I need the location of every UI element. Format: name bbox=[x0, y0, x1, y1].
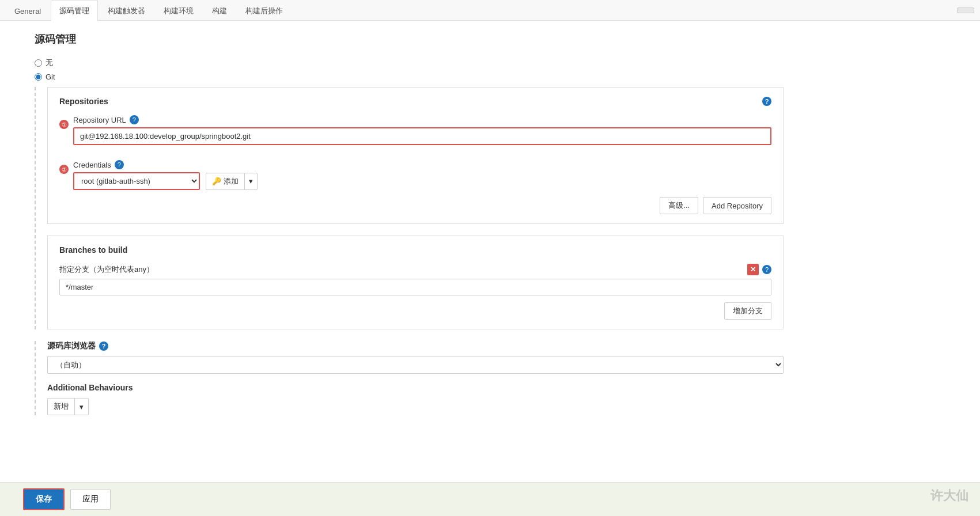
repo-url-error-num: ① bbox=[59, 120, 69, 129]
branch-help-icon[interactable]: ? bbox=[762, 265, 771, 274]
key-icon: 🔑 bbox=[212, 177, 221, 185]
add-credentials-main[interactable]: 🔑 添加 bbox=[206, 173, 245, 189]
tab-triggers[interactable]: 构建触发器 bbox=[99, 1, 154, 21]
tab-build[interactable]: 构建 bbox=[203, 1, 236, 21]
source-browser-wrapper: 源码库浏览器 ? （自动） Additional Behaviours 新增 ▾ bbox=[35, 341, 784, 415]
radio-git-input[interactable] bbox=[35, 73, 42, 81]
repositories-label: Repositories bbox=[59, 97, 108, 106]
top-right-button[interactable] bbox=[957, 7, 974, 13]
additional-behaviours-section: Additional Behaviours 新增 ▾ bbox=[47, 383, 784, 415]
main-content: 源码管理 无 Git Repositories ? ① bbox=[0, 21, 807, 461]
page-title: 源码管理 bbox=[35, 32, 784, 46]
repo-url-input-row bbox=[73, 127, 771, 145]
repo-url-input[interactable] bbox=[73, 127, 771, 145]
add-credentials-btn[interactable]: 🔑 添加 ▾ bbox=[206, 173, 258, 190]
footer-bar: 保存 应用 bbox=[0, 482, 980, 516]
radio-none-label: 无 bbox=[46, 58, 53, 68]
credentials-error-num: ② bbox=[59, 165, 69, 174]
repo-url-label-row: Repository URL ? bbox=[73, 115, 771, 124]
source-browser-help-icon[interactable]: ? bbox=[99, 342, 108, 351]
source-browser-label-row: 源码库浏览器 ? bbox=[47, 341, 784, 351]
repositories-help-icon[interactable]: ? bbox=[762, 97, 771, 106]
repo-url-label: Repository URL bbox=[73, 116, 126, 124]
tab-general[interactable]: General bbox=[6, 2, 50, 20]
repositories-wrapper: Repositories ? ① Repository URL ? bbox=[35, 87, 784, 329]
branch-input-row bbox=[59, 279, 771, 295]
branches-title: Branches to build bbox=[59, 245, 771, 255]
add-repository-button[interactable]: Add Repository bbox=[703, 197, 771, 214]
page-wrapper: General 源码管理 构建触发器 构建环境 构建 构建后操作 源码管理 无 … bbox=[0, 0, 980, 516]
new-behaviour-btn[interactable]: 新增 ▾ bbox=[47, 398, 89, 415]
branch-specifier-label: 指定分支（为空时代表any） bbox=[59, 264, 154, 275]
repo-action-buttons: 高级... Add Repository bbox=[59, 197, 771, 214]
credentials-label-row: Credentials ? bbox=[73, 160, 771, 169]
tab-post[interactable]: 构建后操作 bbox=[237, 1, 292, 21]
repo-url-row: ① Repository URL ? bbox=[59, 115, 771, 153]
credentials-inner: Credentials ? root (gitlab-auth-ssh) 🔑 添… bbox=[73, 160, 771, 190]
scm-radio-group: 无 Git bbox=[35, 58, 784, 81]
new-behaviour-arrow[interactable]: ▾ bbox=[75, 400, 88, 414]
save-button[interactable]: 保存 bbox=[23, 488, 65, 510]
credentials-row-outer: ② Credentials ? root (gitlab-auth-ssh) bbox=[59, 160, 771, 190]
radio-git-label: Git bbox=[46, 73, 55, 81]
branch-delete-btn[interactable]: ✕ bbox=[747, 264, 759, 275]
branches-block: Branches to build 指定分支（为空时代表any） ✕ ? 增加分… bbox=[47, 236, 784, 329]
add-btn-label: 添加 bbox=[224, 176, 239, 187]
repositories-title-row: Repositories ? bbox=[59, 97, 771, 106]
branches-label: Branches to build bbox=[59, 245, 127, 255]
source-browser-label: 源码库浏览器 bbox=[47, 341, 96, 351]
credentials-select[interactable]: root (gitlab-auth-ssh) bbox=[73, 172, 200, 190]
source-browser-select[interactable]: （自动） bbox=[47, 356, 784, 374]
credentials-control-row: root (gitlab-auth-ssh) 🔑 添加 ▾ bbox=[73, 172, 771, 190]
source-browser-section: 源码库浏览器 ? （自动） bbox=[47, 341, 784, 383]
branch-specifier-input[interactable] bbox=[59, 279, 771, 295]
add-branch-btn-group: 增加分支 bbox=[59, 302, 771, 320]
radio-none[interactable]: 无 bbox=[35, 58, 784, 68]
apply-button[interactable]: 应用 bbox=[70, 489, 111, 510]
new-behaviour-main[interactable]: 新增 bbox=[48, 399, 75, 415]
repo-url-inner: Repository URL ? bbox=[73, 115, 771, 153]
repo-url-help-icon[interactable]: ? bbox=[130, 115, 139, 124]
tab-env[interactable]: 构建环境 bbox=[155, 1, 202, 21]
add-branch-button[interactable]: 增加分支 bbox=[724, 302, 771, 320]
branch-specifier-label-row: 指定分支（为空时代表any） ✕ ? bbox=[59, 264, 771, 275]
advanced-button[interactable]: 高级... bbox=[660, 197, 698, 214]
additional-behaviours-label: Additional Behaviours bbox=[47, 383, 784, 392]
tab-bar: General 源码管理 构建触发器 构建环境 构建 构建后操作 bbox=[0, 0, 980, 21]
tab-scm[interactable]: 源码管理 bbox=[51, 1, 98, 21]
add-credentials-arrow[interactable]: ▾ bbox=[245, 174, 257, 188]
radio-git[interactable]: Git bbox=[35, 73, 784, 81]
repositories-block: Repositories ? ① Repository URL ? bbox=[47, 87, 784, 224]
credentials-label: Credentials bbox=[73, 161, 111, 169]
radio-none-input[interactable] bbox=[35, 59, 42, 67]
credentials-help-icon[interactable]: ? bbox=[115, 160, 124, 169]
